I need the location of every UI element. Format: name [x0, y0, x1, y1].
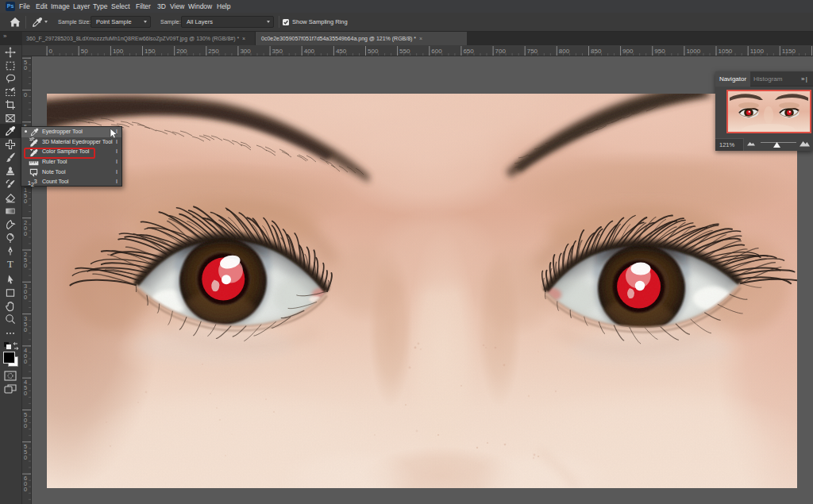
svg-text:0: 0 — [24, 486, 27, 493]
svg-text:0: 0 — [24, 358, 27, 365]
svg-text:0: 0 — [24, 198, 27, 205]
svg-text:550: 550 — [399, 48, 410, 55]
svg-text:0: 0 — [24, 390, 27, 397]
svg-text:0: 0 — [24, 422, 27, 429]
svg-text:650: 650 — [463, 48, 474, 55]
svg-text:1000: 1000 — [686, 48, 700, 55]
svg-text:400: 400 — [304, 48, 315, 55]
svg-text:950: 950 — [654, 48, 665, 55]
svg-text:0: 0 — [24, 326, 27, 333]
svg-text:1050: 1050 — [719, 48, 733, 55]
svg-text:700: 700 — [495, 48, 507, 55]
svg-text:100: 100 — [113, 48, 124, 55]
svg-text:0: 0 — [24, 91, 27, 98]
svg-text:T: T — [7, 258, 13, 269]
svg-text:150: 150 — [144, 48, 156, 55]
svg-text:0: 0 — [49, 48, 53, 55]
svg-text:1150: 1150 — [782, 48, 796, 55]
svg-text:250: 250 — [208, 48, 219, 55]
svg-text:900: 900 — [622, 48, 634, 55]
svg-text:0: 0 — [24, 262, 27, 269]
svg-text:600: 600 — [431, 48, 442, 55]
svg-text:800: 800 — [559, 48, 570, 55]
svg-text:200: 200 — [176, 48, 187, 55]
svg-text:850: 850 — [591, 48, 602, 55]
svg-text:750: 750 — [527, 48, 538, 55]
svg-text:350: 350 — [272, 48, 283, 55]
svg-text:450: 450 — [336, 48, 347, 55]
svg-text:300: 300 — [240, 48, 251, 55]
svg-text:0: 0 — [24, 64, 27, 71]
svg-text:500: 500 — [368, 48, 379, 55]
svg-text:0: 0 — [24, 294, 27, 301]
svg-text:1100: 1100 — [750, 48, 765, 55]
svg-text:0: 0 — [24, 230, 27, 237]
svg-text:0: 0 — [24, 454, 27, 461]
svg-text:50: 50 — [81, 48, 88, 55]
